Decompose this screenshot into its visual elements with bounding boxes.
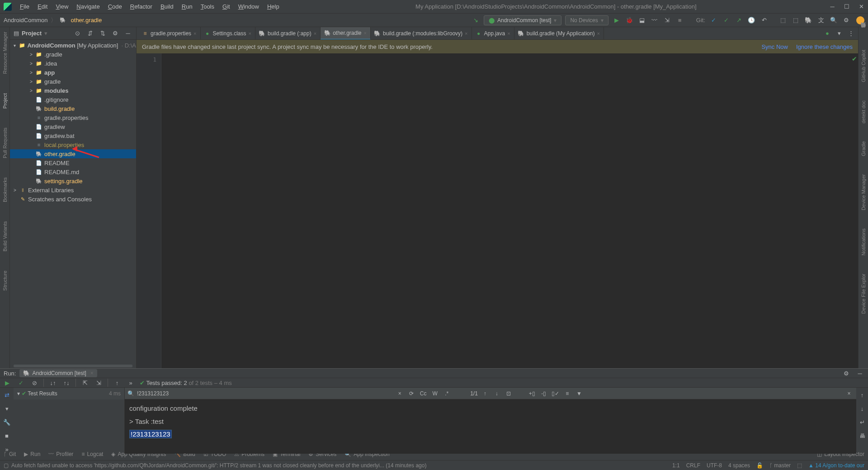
device-selector[interactable]: No Devices ▾ — [565, 15, 608, 25]
debug-button[interactable]: 🐞 — [625, 16, 634, 25]
right-tool-device-file-explor[interactable]: Device File Explor — [861, 271, 866, 317]
bottom-tab-run[interactable]: ▶Run — [24, 451, 40, 457]
file-encoding[interactable]: UTF-8 — [707, 462, 722, 469]
profile-button[interactable]: 〰 — [650, 16, 659, 25]
tab-close-icon[interactable]: × — [249, 31, 251, 36]
search-next-icon[interactable]: ↓ — [492, 389, 501, 398]
left-tool-bookmarks[interactable]: Bookmarks — [2, 175, 8, 205]
hide-panel-icon[interactable]: ─ — [123, 29, 132, 38]
tab-other-gradle[interactable]: 🐘other.gradle× — [321, 27, 371, 40]
right-tool-gradle[interactable]: Gradle — [861, 138, 866, 159]
search-button[interactable]: 🔍 — [829, 16, 838, 25]
tree-gradlew-bat[interactable]: 📄gradlew.bat — [10, 131, 136, 140]
tab-app-java[interactable]: ●App.java× — [472, 27, 514, 40]
words-icon[interactable]: W — [430, 389, 439, 398]
caret-position[interactable]: 1:1 — [672, 462, 680, 469]
rollback-button[interactable]: ↶ — [760, 16, 769, 25]
menu-file[interactable]: File — [16, 1, 33, 12]
tree-README[interactable]: 📄README — [10, 158, 136, 167]
funnel-icon[interactable]: ▼ — [575, 389, 584, 398]
menu-window[interactable]: Window — [235, 1, 263, 12]
avd-button[interactable]: 文 — [816, 16, 826, 25]
soft-wrap-icon[interactable]: ↵ — [858, 418, 867, 427]
prev-icon[interactable]: ↑ — [113, 378, 122, 387]
left-tool-build-variants[interactable]: Build Variants — [2, 218, 8, 254]
tab-settings-class[interactable]: ●Settings.class× — [201, 27, 255, 40]
bottom-tab-logcat[interactable]: ≡Logcat — [81, 451, 103, 457]
update-button[interactable]: ✓ — [709, 16, 718, 25]
right-tool-notifications[interactable]: Notifications — [861, 226, 866, 258]
run-config-tab[interactable]: 🐘 AndroidCommon [test] × — [19, 369, 97, 377]
search-prev-icon[interactable]: ↑ — [481, 389, 490, 398]
close-search-icon[interactable]: × — [844, 389, 854, 398]
run-down-icon[interactable]: ▾ — [2, 404, 11, 413]
add-filter-icon[interactable]: +▯ — [528, 389, 537, 398]
menu-view[interactable]: View — [52, 1, 72, 12]
bottom-tab-git[interactable]: ᚴGit — [4, 451, 16, 457]
coverage-button[interactable]: ⬓ — [637, 16, 646, 25]
tree--gitignore[interactable]: 📄.gitignore — [10, 95, 136, 104]
select-opened-icon[interactable]: ⊙ — [73, 29, 82, 38]
sync-button[interactable]: 🐘 — [804, 16, 813, 25]
copilot-status[interactable]: ▲ 14 A/gon to-date our — [808, 462, 864, 469]
menu-run[interactable]: Run — [178, 1, 196, 12]
right-tool-代码文档搜索[interactable]: 代码文档搜索 — [860, 29, 867, 34]
tree-scratches[interactable]: ✎Scratches and Consoles — [10, 195, 136, 204]
expand-all-icon[interactable]: ⇵ — [85, 29, 94, 38]
collapse-icon[interactable]: ⇲ — [94, 378, 103, 387]
readonly-icon[interactable]: 🔓 — [756, 462, 763, 469]
case-icon[interactable]: Cc — [419, 389, 428, 398]
tree-build-gradle[interactable]: 🐘build.gradle — [10, 104, 136, 113]
menu-build[interactable]: Build — [157, 1, 177, 12]
right-tool-device-manager[interactable]: Device Manager — [861, 171, 866, 213]
settings-button[interactable]: ⚙ — [842, 16, 851, 25]
menu-refactor[interactable]: Refactor — [127, 1, 156, 12]
sel-filter-icon[interactable]: ▯✓ — [551, 389, 560, 398]
make-button[interactable]: ↘ — [471, 16, 480, 25]
test-output[interactable]: configuration complete > Task :test !231… — [125, 399, 856, 454]
tree-README-md[interactable]: 📄README.md — [10, 167, 136, 176]
project-panel-title[interactable]: Project — [22, 30, 42, 37]
status-icon[interactable]: ▢ — [4, 462, 9, 469]
tab-build-gradle---app-[interactable]: 🐘build.gradle (:app)× — [255, 27, 321, 40]
tree-modules[interactable]: >📁modules — [10, 86, 136, 95]
run-stop2-icon[interactable]: ■ — [2, 431, 11, 440]
code-editor[interactable] — [161, 53, 858, 368]
tree-settings-gradle[interactable]: 🐘settings.gradle — [10, 176, 136, 185]
cwm-button[interactable]: ⬚ — [778, 16, 788, 25]
attach-button[interactable]: ⇲ — [663, 16, 672, 25]
right-tool-github-copilot[interactable]: GitHub Copilot — [861, 47, 866, 85]
tree-external-libs[interactable]: >⫴External Libraries — [10, 185, 136, 195]
tab-new-icon[interactable]: ● — [823, 29, 832, 38]
tab-build-gradle--my-application-[interactable]: 🐘build.gradle (My Application)× — [514, 27, 604, 40]
run-nav-icon[interactable]: ⇄ — [2, 390, 11, 399]
expand-icon[interactable]: ⇱ — [80, 378, 90, 387]
tab-build-gradle---modules-libgroovy-[interactable]: 🐘build.gradle (:modules:libGroovy)× — [371, 27, 472, 40]
rem-filter-icon[interactable]: -▯ — [539, 389, 548, 398]
regex-icon[interactable]: ⟳ — [407, 389, 416, 398]
tree-gradlew[interactable]: 📄gradlew — [10, 122, 136, 131]
git-branch[interactable]: ᚴ master — [769, 462, 791, 469]
regex2-icon[interactable]: .* — [442, 389, 451, 398]
tab-close-icon[interactable]: × — [507, 31, 510, 36]
left-tool-structure[interactable]: Structure — [2, 268, 8, 294]
panel-settings-icon[interactable]: ⚙ — [111, 29, 120, 38]
toggle-auto-button[interactable]: ✓ — [16, 378, 25, 387]
inspection-ok-icon[interactable]: ✔ — [852, 55, 857, 62]
left-tool-project[interactable]: Project — [2, 90, 8, 111]
tab-more-icon[interactable]: ⋮ — [846, 29, 855, 38]
next-icon[interactable]: » — [126, 378, 135, 387]
tree-root[interactable]: ▾📁AndroidCommon [My Application] · D:\A — [10, 41, 136, 50]
maximize-button[interactable]: ☐ — [844, 4, 850, 10]
line-separator[interactable]: CRLF — [686, 462, 700, 469]
tab-close-icon[interactable]: × — [314, 31, 316, 36]
breadcrumb-project[interactable]: AndroidCommon — [4, 17, 48, 24]
run-hide-icon[interactable]: ─ — [855, 369, 864, 378]
tree-app[interactable]: >📁app — [10, 68, 136, 77]
scroll-bottom-icon[interactable]: ↓ — [858, 404, 867, 413]
output-search-input[interactable] — [137, 390, 392, 397]
tab-gradle-properties[interactable]: ≡gradle.properties× — [138, 27, 201, 40]
stop-button[interactable]: ■ — [675, 16, 684, 25]
run-button[interactable]: ▶ — [612, 16, 621, 25]
mem-indicator[interactable]: ⬚ — [797, 462, 802, 469]
